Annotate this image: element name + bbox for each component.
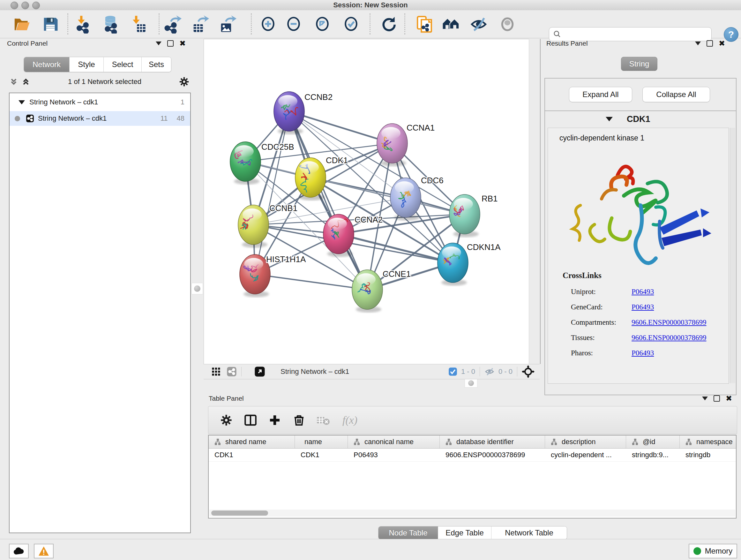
- tab-select[interactable]: Select: [104, 57, 141, 72]
- shared-column-icon: [685, 438, 692, 446]
- section-expander-icon[interactable]: [606, 117, 613, 121]
- crosslink-link[interactable]: P06493: [631, 303, 654, 311]
- tab-network[interactable]: Network: [24, 57, 69, 72]
- tree-expander-icon[interactable]: [18, 100, 25, 105]
- birdseye-icon[interactable]: [254, 366, 265, 377]
- export-image-icon[interactable]: [217, 14, 238, 35]
- crosslink-link[interactable]: P06493: [631, 349, 654, 357]
- gear-icon[interactable]: [179, 76, 190, 87]
- node-label[interactable]: CCNA1: [407, 123, 434, 132]
- expand-all-icon[interactable]: [21, 77, 30, 86]
- export-network-icon[interactable]: [162, 14, 183, 35]
- node-label[interactable]: RB1: [482, 194, 498, 203]
- add-column-icon[interactable]: [268, 414, 281, 427]
- node-label[interactable]: CDC6: [421, 176, 444, 185]
- hide-selected-icon[interactable]: [468, 14, 489, 35]
- panel-close-icon[interactable]: ✖: [719, 41, 725, 46]
- node-label[interactable]: CDKN1A: [467, 242, 501, 252]
- tab-network-table[interactable]: Network Table: [491, 526, 567, 539]
- show-all-icon[interactable]: [441, 14, 461, 35]
- viewbar-divider: [241, 367, 242, 376]
- share-network-icon[interactable]: [226, 367, 237, 377]
- search-icon: [553, 30, 561, 38]
- tab-sets[interactable]: Sets: [141, 57, 171, 72]
- fit-content-icon[interactable]: [312, 14, 333, 35]
- collapse-all-button[interactable]: Collapse All: [643, 87, 710, 102]
- network-status-dot: [15, 116, 20, 121]
- node-label[interactable]: CCNB1: [269, 203, 297, 213]
- columns-icon[interactable]: [244, 414, 257, 427]
- panel-close-icon[interactable]: ✖: [179, 41, 186, 46]
- import-network-file-icon[interactable]: [73, 14, 94, 35]
- results-tab-string[interactable]: String: [621, 57, 657, 71]
- network-graph[interactable]: CCNB2CCNA1CDC25BCDK1CDC6RB1CCNB1CCNA2CDK…: [204, 39, 529, 364]
- refresh-icon[interactable]: [379, 14, 399, 35]
- table-tabs: Node Table Edge Table Network Table: [378, 526, 567, 540]
- memory-button[interactable]: Memory: [689, 544, 737, 558]
- search-input[interactable]: [564, 30, 711, 39]
- export-table-icon[interactable]: [190, 14, 210, 35]
- results-scrollbar[interactable]: [730, 128, 735, 383]
- import-network-database-icon[interactable]: [101, 14, 121, 35]
- zoom-selected-icon[interactable]: [341, 14, 361, 35]
- crosslinks-title: CrossLinks: [562, 271, 602, 280]
- panel-collapse-icon[interactable]: [156, 42, 161, 45]
- expand-all-button[interactable]: Expand All: [569, 87, 632, 102]
- crosslink-link[interactable]: 9606.ENSP00000378699: [631, 318, 706, 327]
- toolbar-separator: [67, 13, 68, 35]
- tab-node-table[interactable]: Node Table: [379, 526, 438, 539]
- node-label[interactable]: CDK1: [326, 155, 348, 165]
- save-session-icon[interactable]: [40, 14, 61, 35]
- warning-icon: [38, 546, 50, 556]
- panel-collapse-icon[interactable]: [695, 42, 701, 45]
- open-file-icon[interactable]: [11, 14, 32, 35]
- panel-collapse-icon[interactable]: [702, 396, 708, 400]
- edge-count: 48: [177, 114, 185, 123]
- node-count: 11: [160, 114, 168, 123]
- zoom-in-icon[interactable]: [258, 14, 278, 35]
- tab-style[interactable]: Style: [69, 57, 104, 72]
- protein-details: cyclin-dependent kinase 1: [548, 128, 729, 384]
- table-toolbar: f(x): [208, 406, 737, 434]
- copy-style-icon[interactable]: [414, 14, 434, 35]
- scrollbar-thumb[interactable]: [211, 510, 268, 516]
- results-panel-title: Results Panel: [546, 40, 588, 47]
- cloud-button[interactable]: [9, 544, 29, 558]
- panel-float-icon[interactable]: [167, 40, 174, 47]
- node-label[interactable]: HIST1H1A: [266, 254, 306, 264]
- node-label[interactable]: CCNB2: [305, 92, 333, 102]
- crosslink-link[interactable]: 9606.ENSP00000378699: [631, 334, 706, 342]
- tab-edge-table[interactable]: Edge Table: [438, 526, 491, 539]
- crosslink-link[interactable]: P06493: [631, 288, 654, 296]
- zoom-out-icon[interactable]: [283, 14, 304, 35]
- shared-column-icon: [214, 438, 221, 446]
- node-label[interactable]: CCNE1: [383, 269, 411, 279]
- gear-icon[interactable]: [220, 414, 232, 427]
- left-splitter-handle[interactable]: [192, 283, 203, 294]
- import-table-icon[interactable]: [128, 14, 149, 35]
- hidden-eye-icon[interactable]: [484, 367, 495, 377]
- grid-icon[interactable]: [211, 367, 221, 376]
- warning-button[interactable]: [34, 544, 54, 558]
- network-collection-row[interactable]: String Network – cdk1 1: [10, 96, 190, 109]
- network-row[interactable]: String Network – cdk1 11 48: [10, 111, 190, 126]
- collection-count: 1: [181, 98, 185, 106]
- collapse-all-icon[interactable]: [9, 77, 18, 86]
- panel-close-icon[interactable]: ✖: [726, 396, 732, 401]
- node-label[interactable]: CCNA2: [354, 215, 383, 225]
- network-canvas[interactable]: CCNB2CCNA1CDC25BCDK1CDC6RB1CCNB1CCNA2CDK…: [204, 39, 529, 365]
- selected-checkbox-icon[interactable]: [448, 367, 457, 376]
- crosshair-icon[interactable]: [522, 365, 535, 378]
- function-builder-icon[interactable]: f(x): [342, 414, 357, 426]
- delete-column-icon[interactable]: [293, 414, 306, 427]
- canvas-right-gutter: [529, 39, 541, 364]
- panel-float-icon[interactable]: [714, 395, 720, 401]
- node-label[interactable]: CDC25B: [261, 142, 294, 152]
- bottom-splitter-handle[interactable]: [465, 379, 477, 388]
- delete-table-icon[interactable]: [316, 414, 330, 427]
- panel-float-icon[interactable]: [706, 40, 713, 47]
- preview-icon[interactable]: [497, 14, 518, 35]
- protein-section-header[interactable]: CDK1: [545, 111, 736, 127]
- table-hscrollbar[interactable]: [209, 509, 735, 516]
- table-row[interactable]: CDK1 CDK1 P06493 9606.ENSP00000378699 cy…: [209, 449, 736, 462]
